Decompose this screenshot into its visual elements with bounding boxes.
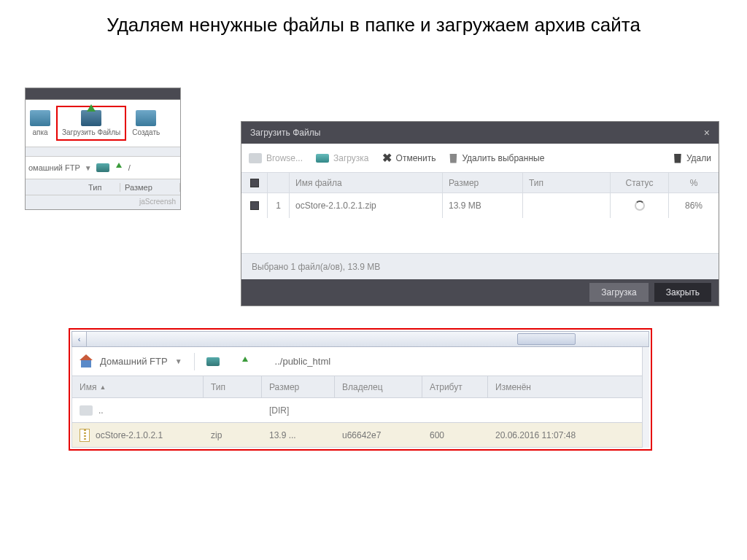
parent-dir-row[interactable]: .. [DIR] [71, 398, 649, 423]
delete-button[interactable]: Удали [673, 153, 711, 163]
drive-icon [316, 154, 329, 163]
dialog-footer: Загрузка Закрыть [241, 279, 719, 306]
file-table-header: Имя▲ Тип Размер Владелец Атрибут Изменён [71, 376, 649, 398]
upload-folder-icon [81, 110, 101, 126]
scroll-left-button[interactable]: ‹ [72, 332, 87, 346]
folder-icon [136, 110, 156, 126]
col-size[interactable]: Размер [443, 173, 523, 192]
spinner-icon [635, 201, 645, 211]
dialog-status-bar: Выбрано 1 файл(а/ов), 13.9 MB [241, 253, 719, 279]
dropdown-icon[interactable]: ▼ [85, 164, 92, 172]
col-modified[interactable]: Изменён [488, 376, 649, 397]
col-type[interactable]: Тип [523, 173, 611, 192]
up-arrow-icon[interactable] [240, 357, 250, 367]
col-owner[interactable]: Владелец [335, 376, 422, 397]
dialog-title: Загрузить Файлы [250, 128, 320, 138]
upload-dialog: Загрузить Файлы × Browse... Загрузка ✖От… [241, 121, 719, 306]
drive-icon[interactable] [206, 357, 220, 366]
zip-icon [80, 429, 90, 442]
col-size[interactable]: Размер [262, 376, 335, 397]
folder-icon [80, 405, 93, 416]
cancel-button[interactable]: ✖Отменить [382, 151, 436, 165]
vertical-scrollbar[interactable] [642, 347, 649, 448]
row-number: 1 [268, 193, 290, 218]
toolbar-screenshot: апка Загрузить Файлы Создать омашний FTP… [25, 88, 181, 210]
nav-home-label[interactable]: Домашний FTP [100, 356, 168, 367]
col-type[interactable]: Тип [204, 376, 262, 397]
row-percent: 86% [669, 193, 719, 218]
upload-table-header: Имя файла Размер Тип Статус % [241, 173, 719, 193]
col-filename[interactable]: Имя файла [290, 173, 443, 192]
up-arrow-icon[interactable] [114, 163, 124, 173]
trash-icon [673, 153, 682, 163]
row-type [523, 193, 611, 218]
footer-upload-button[interactable]: Загрузка [589, 283, 649, 302]
upload-row[interactable]: 1 ocStore-2.1.0.2.1.zip 13.9 MB 86% [241, 193, 719, 218]
col-type[interactable]: Тип [84, 183, 120, 192]
horizontal-scrollbar[interactable]: ‹ [71, 331, 649, 347]
dialog-toolbar: Browse... Загрузка ✖Отменить Удалить выб… [241, 144, 719, 173]
row-filename: ocStore-2.1.0.2.1.zip [290, 193, 443, 218]
folder-icon [249, 153, 262, 163]
col-name[interactable]: Имя▲ [72, 376, 204, 397]
slide-title: Удаляем ненужные файлы в папке и загружа… [0, 0, 747, 45]
drive-icon[interactable] [96, 163, 109, 172]
current-path[interactable]: ../public_html [275, 356, 331, 367]
file-row[interactable]: ocStore-2.1.0.2.1 zip 13.9 ... u66642e7 … [71, 423, 649, 448]
select-all-checkbox[interactable] [250, 179, 259, 187]
row-checkbox[interactable] [250, 201, 259, 210]
x-icon: ✖ [382, 151, 392, 165]
upload-files-button[interactable]: Загрузить Файлы [56, 106, 126, 141]
close-icon[interactable]: × [704, 127, 710, 139]
col-status[interactable]: Статус [611, 173, 669, 192]
new-folder-button[interactable]: апка [26, 107, 55, 139]
file-listing-panel: ‹ Домашний FTP ▼ ../public_html Имя▲ Тип… [69, 328, 652, 451]
watermark: jaScreensh [139, 198, 176, 206]
path-nav: Домашний FTP ▼ ../public_html [71, 347, 649, 376]
row-size: 13.9 MB [443, 193, 523, 218]
scroll-thumb[interactable] [517, 333, 576, 345]
dialog-titlebar: Загрузить Файлы × [241, 122, 719, 144]
footer-close-button[interactable]: Закрыть [654, 283, 711, 302]
trash-icon [449, 153, 457, 163]
col-size[interactable]: Размер [120, 183, 180, 192]
upload-button[interactable]: Загрузка [316, 153, 369, 163]
folder-icon [30, 110, 50, 126]
col-attributes[interactable]: Атрибут [422, 376, 488, 397]
delete-selected-button[interactable]: Удалить выбранные [449, 153, 544, 163]
dropdown-icon[interactable]: ▼ [175, 357, 182, 365]
home-icon[interactable] [80, 356, 93, 368]
column-headers: Тип Размер [26, 179, 180, 195]
breadcrumb-nav: омашний FTP ▼ / [26, 157, 180, 179]
browse-button[interactable]: Browse... [249, 153, 303, 163]
col-percent[interactable]: % [669, 173, 719, 192]
sort-asc-icon: ▲ [99, 384, 106, 391]
nav-home-label[interactable]: омашний FTP [28, 163, 80, 172]
create-button[interactable]: Создать [128, 107, 164, 139]
window-titlebar [26, 88, 180, 100]
